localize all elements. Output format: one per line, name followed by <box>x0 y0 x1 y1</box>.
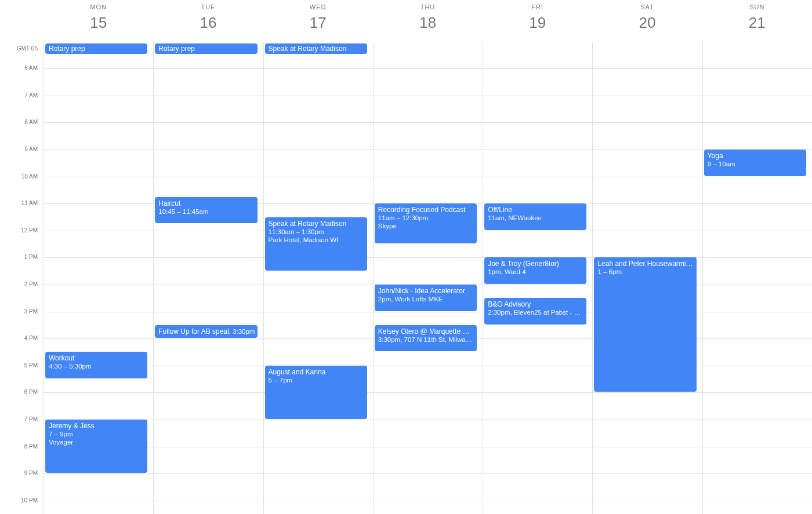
allday-event[interactable]: Rotary prep <box>45 43 147 54</box>
hour-label: 6 PM <box>0 389 38 395</box>
hour-label: 2 PM <box>0 281 38 287</box>
hour-label: 8 PM <box>0 443 38 450</box>
allday-cell-thu[interactable] <box>373 42 483 55</box>
hour-label: 7 AM <box>0 92 38 99</box>
day-headers: MON 15 TUE 16 WED 17 THU 18 FRI 19 SAT 2… <box>44 0 812 41</box>
allday-cell-fri[interactable] <box>483 42 592 55</box>
event-time: 10:45 – 11:45am <box>158 207 253 216</box>
event-time: 2pm, Work Lofts MKE <box>378 295 473 303</box>
hour-label: 9 PM <box>0 470 38 476</box>
hour-label: 7 PM <box>0 416 38 422</box>
calendar-event[interactable]: Kelsey Otero @ Marquette Social3:30pm, 7… <box>375 325 477 352</box>
event-time: 11:30am – 1:30pm <box>269 228 364 236</box>
hour-label: 9 AM <box>0 146 38 152</box>
hour-label: 4 PM <box>0 335 38 341</box>
calendar-event[interactable]: Recording Focused Podcast11am – 12:30pmS… <box>375 203 477 243</box>
event-title: Yoga <box>708 152 803 160</box>
hour-label: 10 AM <box>0 173 38 180</box>
allday-cell-sun[interactable] <box>702 42 812 55</box>
hour-label: 8 AM <box>0 119 38 125</box>
calendar-event[interactable]: Yoga9 – 10am <box>704 150 806 176</box>
event-location: Voyager <box>49 438 144 446</box>
day-header-mon[interactable]: MON 15 <box>44 0 153 41</box>
event-time: 11am – 12:30pm <box>378 214 473 222</box>
event-location: Skype <box>378 222 473 230</box>
event-title: Speak at Rotary Madison <box>269 220 364 228</box>
allday-cell-wed[interactable]: Speak at Rotary Madison <box>263 42 373 55</box>
event-time: 9 – 10am <box>708 160 803 168</box>
hour-label: 11 AM <box>0 200 38 206</box>
event-time: 7 – 9pm <box>49 430 144 438</box>
calendar-event[interactable]: Follow Up for AB speal, 3:30pm <box>155 325 257 338</box>
event-time: 3:30pm, 707 N 11th St, Milwaukee <box>378 336 473 344</box>
calendar-event[interactable]: Workout4:30 – 5:30pm <box>45 352 147 378</box>
event-time: 5 – 7pm <box>269 376 364 384</box>
calendar-week-view: GMT-05 6 AM7 AM8 AM9 AM10 AM11 AM12 PM1 … <box>0 0 812 514</box>
hour-label: 1 PM <box>0 254 38 260</box>
calendar-event[interactable]: Off/Line11am, NEWaukee <box>484 203 586 230</box>
event-time: 11am, NEWaukee <box>488 214 583 222</box>
allday-cell-tue[interactable]: Rotary prep <box>153 42 263 55</box>
day-header-wed[interactable]: WED 17 <box>263 0 373 41</box>
event-title: Jeremy & Jess <box>49 422 144 430</box>
event-title: Recording Focused Podcast <box>378 206 473 214</box>
day-header-thu[interactable]: THU 18 <box>373 0 483 41</box>
event-title: Workout <box>49 354 144 362</box>
event-title: Follow Up for AB speal <box>158 327 229 336</box>
day-column-thu[interactable]: Recording Focused Podcast11am – 12:30pmS… <box>373 55 483 514</box>
allday-event[interactable]: Rotary prep <box>155 43 257 54</box>
day-column-sun[interactable]: Yoga9 – 10am <box>702 55 812 514</box>
event-time: 4:30 – 5:30pm <box>49 362 144 370</box>
allday-cell-sat[interactable] <box>592 42 702 55</box>
calendar-event[interactable]: August and Karina5 – 7pm <box>265 366 367 419</box>
event-title: Haircut <box>158 199 253 207</box>
hour-label: 5 PM <box>0 362 38 369</box>
hour-label: 12 PM <box>0 227 38 234</box>
hour-label: 3 PM <box>0 308 38 315</box>
event-title: Kelsey Otero @ Marquette Social <box>378 327 473 336</box>
event-time: 1 – 6pm <box>597 268 693 276</box>
event-title: Off/Line <box>488 206 583 214</box>
calendar-event[interactable]: Jeremy & Jess7 – 9pmVoyager <box>45 420 147 473</box>
allday-row: Rotary prep Rotary prep Speak at Rotary … <box>44 42 812 55</box>
day-header-fri[interactable]: FRI 19 <box>483 0 592 41</box>
allday-cell-mon[interactable]: Rotary prep <box>44 42 153 55</box>
time-gutter: GMT-05 6 AM7 AM8 AM9 AM10 AM11 AM12 PM1 … <box>0 0 44 514</box>
day-column-fri[interactable]: Off/Line11am, NEWaukeeJoe & Troy (Gener8… <box>483 55 592 514</box>
day-column-mon[interactable]: Workout4:30 – 5:30pmJeremy & Jess7 – 9pm… <box>44 55 153 514</box>
day-column-sat[interactable]: Leah and Peter Housewarming1 – 6pm <box>592 55 702 514</box>
day-column-tue[interactable]: Haircut10:45 – 11:45amFollow Up for AB s… <box>153 55 263 514</box>
event-title: B&G Advisory <box>488 300 583 308</box>
hour-label: 6 AM <box>0 65 38 71</box>
grid-area: Workout4:30 – 5:30pmJeremy & Jess7 – 9pm… <box>44 55 812 514</box>
calendar-event[interactable]: John/Nick - Idea Accelerator2pm, Work Lo… <box>375 285 477 311</box>
event-title: John/Nick - Idea Accelerator <box>378 287 473 295</box>
event-time: 2:30pm, Eleven25 at Pabst - 1125 <box>488 308 583 316</box>
day-header-sun[interactable]: SUN 21 <box>702 0 812 41</box>
event-location: Park Hotel, Madison WI <box>269 236 364 244</box>
allday-event[interactable]: Speak at Rotary Madison <box>265 43 367 54</box>
day-header-tue[interactable]: TUE 16 <box>153 0 263 41</box>
timezone-label: GMT-05 <box>0 45 38 52</box>
calendar-event[interactable]: Leah and Peter Housewarming1 – 6pm <box>594 257 696 392</box>
event-time: , 3:30pm <box>229 328 255 335</box>
calendar-event[interactable]: Haircut10:45 – 11:45am <box>155 197 257 224</box>
calendar-event[interactable]: Joe & Troy (Gener8tor)1pm, Ward 4 <box>484 257 586 284</box>
calendar-event[interactable]: Speak at Rotary Madison11:30am – 1:30pmP… <box>265 217 367 271</box>
event-title: Joe & Troy (Gener8tor) <box>488 260 583 268</box>
day-header-sat[interactable]: SAT 20 <box>592 0 702 41</box>
event-title: Leah and Peter Housewarming <box>597 260 693 268</box>
day-column-wed[interactable]: Speak at Rotary Madison11:30am – 1:30pmP… <box>263 55 373 514</box>
event-title: August and Karina <box>269 368 364 376</box>
calendar-event[interactable]: B&G Advisory2:30pm, Eleven25 at Pabst - … <box>484 298 586 325</box>
event-time: 1pm, Ward 4 <box>488 268 583 276</box>
hour-label: 10 PM <box>0 497 38 504</box>
